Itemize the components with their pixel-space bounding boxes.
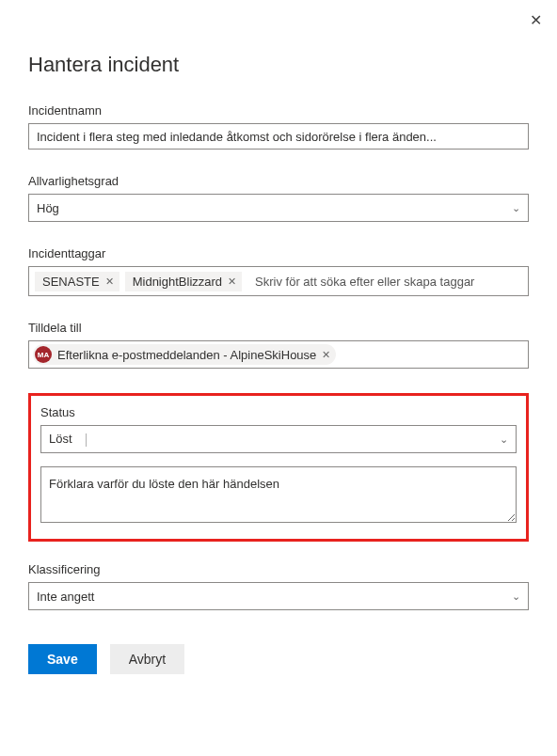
panel-title: Hantera incident	[28, 53, 529, 77]
label-assign: Tilldela till	[28, 321, 529, 335]
field-tags: Incidenttaggar SENASTE ✕ MidnightBlizzar…	[28, 246, 529, 296]
select-classification[interactable]: Inte angett ⌄	[28, 582, 529, 610]
label-classification: Klassificering	[28, 562, 529, 576]
close-button[interactable]: ✕	[530, 11, 542, 29]
input-incident-name[interactable]: Incident i flera steg med inledande åtko…	[28, 123, 529, 150]
avatar: MA	[35, 346, 52, 363]
tag-label: MidnightBlizzard	[133, 275, 222, 289]
assign-input[interactable]: MA Efterlikna e-postmeddelanden - Alpine…	[28, 340, 529, 369]
field-severity: Allvarlighetsgrad Hög ⌄	[28, 174, 529, 222]
manage-incident-panel: Hantera incident Incidentnamn Incident i…	[0, 0, 557, 693]
remove-tag-icon[interactable]: ✕	[105, 276, 114, 288]
remove-assign-icon[interactable]: ✕	[322, 349, 330, 361]
chevron-down-icon: ⌄	[500, 433, 508, 446]
select-status-value: Löst	[49, 432, 87, 447]
assign-value: Efterlikna e-postmeddelanden - AlpineSki…	[57, 348, 316, 362]
select-severity[interactable]: Hög ⌄	[28, 194, 529, 222]
cancel-button[interactable]: Avbryt	[110, 644, 184, 674]
button-row: Save Avbryt	[28, 644, 529, 674]
chevron-down-icon: ⌄	[512, 202, 520, 214]
save-button[interactable]: Save	[28, 644, 97, 674]
tag-label: SENASTE	[42, 275, 100, 289]
field-incident-name: Incidentnamn Incident i flera steg med i…	[28, 103, 529, 150]
label-tags: Incidenttaggar	[28, 246, 529, 260]
label-status: Status	[40, 405, 517, 419]
tag-item: MidnightBlizzard ✕	[125, 272, 242, 291]
status-highlight-box: Status Löst ⌄	[28, 393, 529, 542]
tag-placeholder: Skriv för att söka efter eller skapa tag…	[255, 275, 474, 289]
label-severity: Allvarlighetsgrad	[28, 174, 529, 188]
tag-item: SENASTE ✕	[35, 272, 119, 291]
tag-input[interactable]: SENASTE ✕ MidnightBlizzard ✕ Skriv för a…	[28, 266, 529, 296]
close-icon: ✕	[530, 12, 542, 28]
field-status: Status Löst ⌄	[40, 405, 517, 453]
chevron-down-icon: ⌄	[512, 591, 520, 603]
label-incident-name: Incidentnamn	[28, 103, 529, 118]
select-status[interactable]: Löst ⌄	[40, 425, 517, 453]
textarea-reason[interactable]	[40, 466, 517, 523]
select-severity-value: Hög	[37, 201, 59, 215]
field-assign: Tilldela till MA Efterlikna e-postmeddel…	[28, 321, 529, 369]
assign-chip: MA Efterlikna e-postmeddelanden - Alpine…	[33, 344, 336, 365]
select-classification-value: Inte angett	[37, 590, 94, 604]
remove-tag-icon[interactable]: ✕	[228, 276, 236, 288]
field-classification: Klassificering Inte angett ⌄	[28, 562, 529, 610]
field-reason	[40, 466, 517, 526]
